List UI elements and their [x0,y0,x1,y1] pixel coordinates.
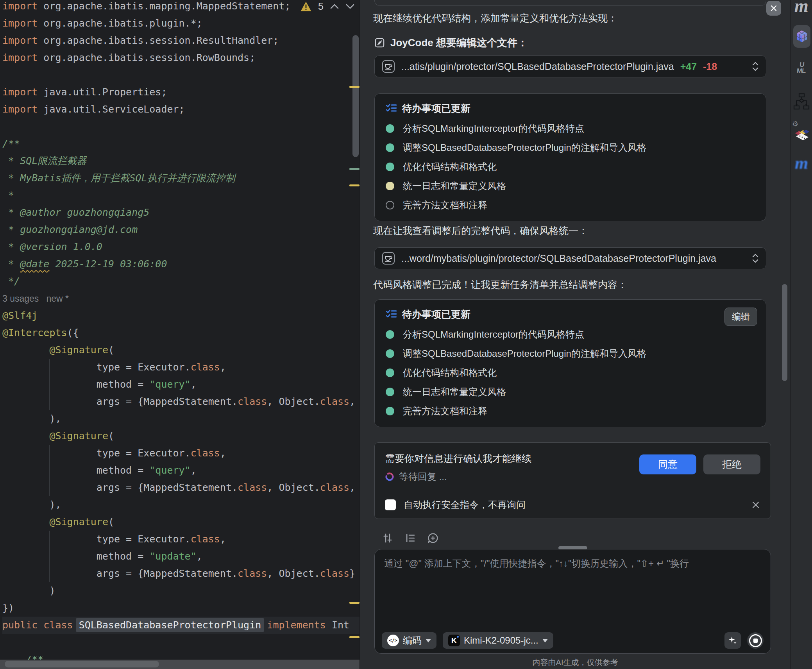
code-line [2,118,359,135]
todo-item-label: 统一日志和常量定义风格 [403,386,506,398]
code-line: * MyBatis插件，用于拦截SQL执行并进行限流控制 [2,170,359,187]
editor-horizontal-scrollbar[interactable] [0,660,359,669]
maven-tool-icon[interactable]: m [791,0,812,16]
file-chip[interactable]: ...word/mybatis/plugin/protector/SQLBase… [374,247,766,269]
change-marker [349,184,359,186]
edit-request-header: JoyCode 想要编辑这个文件： [374,36,528,50]
close-icon [770,4,778,12]
code-line: * [2,187,359,204]
code-line: ), [2,496,359,513]
todo-status-icon [386,368,394,377]
settings-sliders-icon[interactable] [382,532,393,544]
chat-scrollbar[interactable] [782,284,787,381]
todo-status-icon [386,407,394,415]
todo-status-icon [386,163,394,171]
edit-request-title: JoyCode 想要编辑这个文件： [390,36,528,50]
prev-warning-icon[interactable] [330,4,339,9]
code-line: args = {MappedStatement.class, Object.cl… [2,393,359,410]
code-line [2,634,359,651]
code-line [2,66,359,84]
assistant-message: 现在让我查看调整后的完整代码，确保风格统一： [373,224,588,237]
todo-item-label: 调整SQLBasedDatabaseProtectorPlugin的注解和导入风… [403,347,646,360]
code-line: type = Executor.class, [2,445,359,462]
todo-card-header: 待办事项已更新 [386,102,755,114]
code-content: import org.apache.ibatis.mapping.MappedS… [2,0,359,668]
sparkle-icon [728,635,738,646]
indent-guide [49,445,50,496]
stop-icon [749,634,762,647]
task-list-icon[interactable] [404,532,416,544]
joycode-tool-button[interactable] [793,25,810,48]
todo-item-label: 调整SQLBasedDatabaseProtectorPlugin的注解和导入风… [403,141,646,154]
scrollbar-thumb[interactable] [5,661,159,667]
change-marker [349,168,359,170]
reject-button[interactable]: 拒绝 [703,454,760,474]
inspection-widget[interactable]: 5 [300,1,355,12]
uml-tool-icon[interactable]: UML [790,62,812,74]
dismiss-icon[interactable] [751,500,760,510]
model-selector[interactable]: K Kimi-K2-0905-jc... [443,632,553,649]
todo-item: 分析SQLMarkingInterceptor的代码风格特点 [386,119,755,138]
todo-status-icon [386,388,394,396]
code-line: }) [2,599,359,617]
code-line: @Signature( [2,513,359,531]
edit-todo-button[interactable]: 编辑 [724,308,757,326]
file-path: ...atis/plugin/protector/SQLBasedDatabas… [401,61,674,72]
todo-card-header: 待办事项已更新 [386,308,755,320]
close-panel-button[interactable] [766,1,781,16]
todo-item: 调整SQLBasedDatabaseProtectorPlugin的注解和导入风… [386,138,755,157]
chat-input-container: </> 编码 K Kimi-K2-0905-jc... [374,549,771,654]
todo-status-icon [386,143,394,152]
file-path: ...word/mybatis/plugin/protector/SQLBase… [401,253,716,264]
joycode-cube-icon [795,29,809,43]
lines-added: +47 [680,61,697,72]
code-line: * @version 1.0.0 [2,238,359,256]
code-line: import org.apache.ibatis.session.RowBoun… [2,49,359,66]
code-line: * SQL限流拦截器 [2,152,359,170]
chat-input[interactable] [375,549,771,620]
mode-selector[interactable]: </> 编码 [382,632,436,649]
chevron-up-down-icon[interactable] [752,61,759,72]
new-chat-icon[interactable] [427,532,439,544]
todo-item: 完善方法文档和注释 [386,401,755,420]
code-editor[interactable]: import org.apache.ibatis.mapping.MappedS… [0,0,359,669]
waiting-label: 等待回复 ... [399,470,447,483]
code-line: import java.util.Properties; [2,84,359,101]
java-file-icon [382,252,395,265]
code-line: method = "query", [2,376,359,393]
editor-vertical-scrollbar[interactable] [352,35,359,157]
code-line: * @author guozhongqiang5 [2,204,359,221]
indent-guide [49,531,50,582]
resize-handle[interactable] [558,546,587,549]
lines-removed: -18 [703,61,717,72]
mybatis-tool-icon[interactable]: m [791,153,812,173]
chevron-up-down-icon[interactable] [752,253,759,264]
java-file-icon [382,60,395,73]
enhance-prompt-button[interactable] [724,632,741,649]
pipeline-tool-icon[interactable]: ⚙ [791,120,812,142]
code-line: * @date 2025-12-19 03:06:00 [2,256,359,273]
next-warning-icon[interactable] [345,4,355,9]
todo-status-icon [386,201,394,209]
flowchart-tool-icon[interactable] [791,93,812,111]
code-line: method = "query", [2,462,359,479]
file-chip[interactable]: ...atis/plugin/protector/SQLBasedDatabas… [374,55,766,77]
waiting-row: 等待回复 ... [385,470,531,483]
kimi-model-icon: K [448,635,460,646]
todo-item: 统一日志和常量定义风格 [386,382,755,401]
input-toolbar [382,532,439,544]
todo-item-label: 优化代码结构和格式化 [403,161,497,173]
todo-status-icon [386,182,394,190]
todo-list: 分析SQLMarkingInterceptor的代码风格特点调整SQLBased… [386,119,755,215]
warning-count: 5 [318,1,324,12]
right-tool-stripe: m UML ⚙ [790,0,812,669]
todo-status-icon [386,349,394,358]
todo-item: 分析SQLMarkingInterceptor的代码风格特点 [386,325,755,344]
loading-spinner-icon [385,472,394,481]
auto-run-checkbox[interactable] [385,499,396,510]
code-line: @Intercepts({ [2,324,359,342]
stop-button[interactable] [747,632,764,649]
todo-card-title: 待办事项已更新 [402,308,470,321]
code-line: args = {MappedStatement.class, Object.cl… [2,479,359,496]
agree-button[interactable]: 同意 [639,454,696,474]
